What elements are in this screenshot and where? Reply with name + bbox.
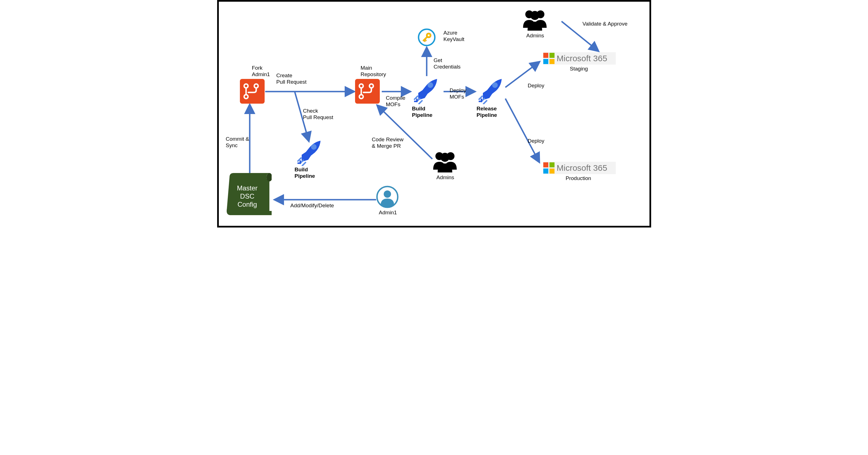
build-pipeline-main-node — [411, 76, 439, 104]
arrow-deploy-prod — [505, 99, 539, 162]
ms365-prod-node: Microsoft 365 — [543, 162, 616, 174]
keyvault-node — [418, 28, 436, 46]
admins-approve-label: Admins — [526, 33, 544, 39]
dsc-config-label: Master DSC Config — [237, 184, 257, 208]
fork-repo-label: Fork Admin1 — [252, 65, 270, 78]
svg-point-8 — [311, 144, 317, 150]
edge-compile: Compile MOFs — [386, 95, 406, 108]
admin1-node — [376, 186, 399, 208]
svg-point-24 — [384, 190, 391, 198]
edge-validate-approve: Validate & Approve — [583, 21, 627, 27]
edge-create-pr: Create Pull Request — [276, 72, 307, 86]
ms-logo-icon — [543, 53, 555, 64]
admins-review-node — [431, 151, 459, 173]
ms365-prod-brand: Microsoft 365 — [557, 162, 607, 174]
edge-deploy-staging: Deploy — [528, 83, 545, 89]
admins-approve-node — [521, 9, 549, 31]
ms365-staging-brand: Microsoft 365 — [557, 52, 607, 65]
svg-point-10 — [492, 82, 498, 88]
edge-add-modify: Add/Modify/Delete — [290, 202, 334, 209]
edge-check-pr: Check Pull Request — [303, 108, 334, 121]
main-repo-label: Main Repository — [361, 65, 386, 78]
edge-get-creds: Get Credentials — [434, 57, 461, 70]
main-repo-node — [355, 79, 380, 104]
diagram-frame: Master DSC Config Fork Admin1 Main Rep — [217, 0, 651, 228]
edge-code-review: Code Review & Merge PR — [372, 136, 404, 150]
build-pipeline-check-node — [295, 138, 323, 166]
admin1-label: Admin1 — [379, 209, 397, 216]
fork-repo-node — [240, 79, 265, 104]
ms365-staging-env-label: Staging — [570, 66, 588, 72]
release-pipeline-label: Release Pipeline — [477, 106, 497, 119]
release-pipeline-node — [476, 76, 504, 104]
build-pipeline-main-label: Build Pipeline — [412, 106, 433, 119]
svg-point-9 — [428, 82, 433, 88]
edge-deploy-mofs: Deploy MOFs — [450, 87, 466, 100]
build-pipeline-check-label: Build Pipeline — [295, 167, 315, 180]
edge-deploy-prod: Deploy — [528, 138, 545, 144]
ms-logo-icon — [543, 162, 555, 173]
svg-point-22 — [530, 11, 539, 20]
ms365-prod-env-label: Production — [566, 175, 591, 182]
edge-commit-sync: Commit & Sync — [226, 136, 249, 149]
ms365-staging-node: Microsoft 365 — [543, 52, 616, 65]
svg-point-19 — [440, 153, 450, 162]
admins-review-label: Admins — [437, 174, 454, 181]
keyvault-label: Azure KeyVault — [443, 30, 465, 43]
